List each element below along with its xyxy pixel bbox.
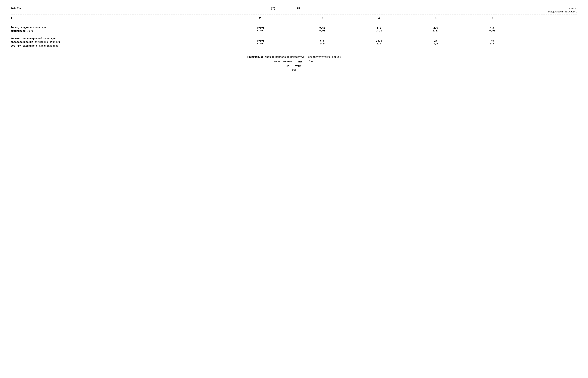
header-bottom-dashed-line — [11, 22, 577, 22]
row-2-col3-bottom: 0,9 — [294, 42, 351, 45]
row-2-col4: I3,5 I,7 — [351, 40, 407, 45]
row-1-col4-top: I,3 — [351, 27, 407, 29]
row-2-unit-top: кг/сут — [256, 40, 264, 42]
table-header: I 2 3 4 5 6 — [11, 16, 577, 21]
row-1-col6: 4,6 0,53 — [464, 27, 521, 32]
doc-number: 902-03-1 — [11, 7, 23, 10]
col-header-3: 3 — [294, 17, 351, 20]
row-1-col4: I,3 0,I6 — [351, 27, 407, 32]
page-number: I5 — [297, 7, 300, 10]
row-1-col3-bottom: 0,08 — [294, 29, 351, 32]
row-2-label-line3: вод при варианте с электролизной — [11, 44, 226, 48]
col-header-4: 4 — [351, 17, 407, 20]
row-1-unit: кг/сут кг/ч — [226, 27, 294, 32]
row-1-col5-top: 2,6 — [407, 27, 464, 29]
doc-code: 16627-01 — [548, 7, 577, 10]
row-1-col6-top: 4,6 — [464, 27, 521, 29]
page-header: 902-03-1 (I) I5 16627-01 Продолжение таб… — [11, 7, 577, 14]
row-1-content: То же, жидкого хлора при активности 70 %… — [11, 26, 577, 33]
row-1-col4-bottom: 0,I6 — [351, 29, 407, 32]
note-line1-text: дробью приведены показатели, соответству… — [265, 56, 341, 58]
note-line2-suffix: л/чел — [307, 60, 314, 63]
row-2-col6-bottom: 5,6 — [464, 42, 521, 45]
row-2-unit-bottom: кг/ч — [257, 42, 263, 45]
col-header-5: 5 — [407, 17, 464, 20]
note-line3-value: 220 — [286, 65, 290, 68]
row-2-col6-top: 48 — [464, 40, 521, 42]
col-header-2: 2 — [226, 17, 294, 20]
note-section: Примечание: дробью приведены показатели,… — [11, 55, 577, 73]
row-2-col3: 6,8 0,9 — [294, 40, 351, 45]
top-dashed-line — [11, 14, 577, 15]
row-1-col3: 0,65 0,08 — [294, 27, 351, 32]
row-1-unit-bottom: кг/ч — [257, 29, 263, 32]
row-2-col5-bottom: 3,5 — [407, 42, 464, 45]
data-row-1: То же, жидкого хлора при активности 70 %… — [11, 26, 577, 33]
row-2-unit: кг/сут кг/ч — [226, 40, 294, 45]
doc-info: 16627-01 Продолжение таблицы 2 — [548, 7, 577, 14]
row-2-label-line1: Количество поваренной соли для — [11, 37, 226, 40]
row-1-col6-bottom: 0,53 — [464, 29, 521, 32]
row-1-label: То же, жидкого хлора при активности 70 % — [11, 26, 226, 33]
row-2-col6: 48 5,6 — [464, 40, 521, 45]
note-line4: I50 — [11, 68, 577, 73]
note-label: Примечание: — [247, 56, 263, 58]
data-row-2: Количество поваренной соли для обеззараж… — [11, 37, 577, 48]
row-2-col3-top: 6,8 — [294, 40, 351, 42]
note-line1: Примечание: дробью приведены показатели,… — [11, 55, 577, 59]
note-line2: водоотведения 300 л/чел — [11, 60, 577, 64]
row-1-label-line1: То же, жидкого хлора при — [11, 26, 226, 29]
row-2-col5-top: 27 — [407, 40, 464, 42]
row-2-label: Количество поваренной соли для обеззараж… — [11, 37, 226, 48]
row-2-col4-bottom: I,7 — [351, 42, 407, 45]
note-line2-prefix: водоотведения — [274, 60, 293, 63]
row-2-col5: 27 3,5 — [407, 40, 464, 45]
col-header-1: I — [11, 17, 226, 20]
row-1-label-line2: активности 70 % — [11, 29, 226, 33]
note-line3-suffix: сутки — [295, 65, 302, 68]
table-continuation: Продолжение таблицы 2 — [548, 10, 577, 14]
row-1-unit-top: кг/сут — [256, 27, 264, 29]
row-1-col5-bottom: 0,33 — [407, 29, 464, 32]
row-1-col5: 2,6 0,33 — [407, 27, 464, 32]
note-line2-value: 300 — [298, 60, 302, 63]
row-2-content: Количество поваренной соли для обеззараж… — [11, 37, 577, 48]
row-1-col3-top: 0,65 — [294, 27, 351, 29]
row-2-col4-top: I3,5 — [351, 40, 407, 42]
roman-numeral: (I) — [271, 7, 275, 10]
col-header-6: 6 — [464, 17, 521, 20]
note-line3: 220 сутки — [11, 64, 577, 68]
row-2-label-line2: обеззараживания очищенных сточных — [11, 40, 226, 44]
